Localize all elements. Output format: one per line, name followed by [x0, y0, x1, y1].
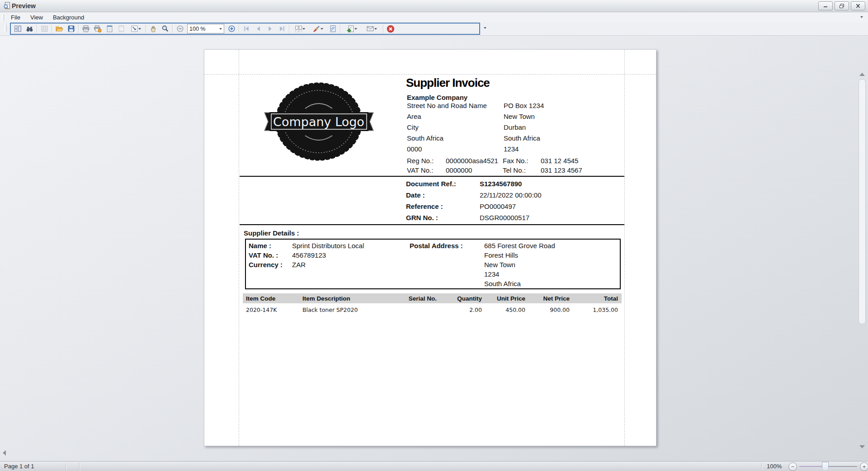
search-button[interactable] [24, 24, 35, 34]
company-address-line: New Town [504, 112, 535, 121]
magnifier-button[interactable] [159, 24, 171, 34]
thumbnails-button-disabled[interactable] [38, 24, 50, 34]
column-header-quantity: Quantity [437, 295, 482, 302]
quick-print-button[interactable] [92, 24, 104, 34]
vat-no-value: 0000000 [446, 166, 472, 175]
date-value: 22/11/2022 00:00:00 [480, 191, 542, 200]
restore-button[interactable] [835, 1, 849, 10]
column-header-item-code: Item Code [246, 295, 302, 302]
supplier-details-heading: Supplier Details : [244, 229, 299, 238]
date-label: Date : [406, 191, 425, 200]
statusbar-separator [79, 463, 80, 470]
save-button[interactable] [65, 24, 77, 34]
tel-no-value: 031 123 4567 [541, 166, 582, 175]
zoom-out-icon [176, 25, 184, 33]
background-color-button[interactable] [309, 24, 327, 34]
statusbar-separator [66, 463, 66, 470]
supplier-vat-label: VAT No. : [249, 251, 278, 260]
zoom-slider-track-right[interactable] [828, 466, 857, 467]
company-address-line: City [407, 123, 419, 132]
toolbar-grip[interactable] [5, 25, 7, 32]
header-footer-button-disabled[interactable] [115, 24, 127, 34]
page-indicator: Page 1 of 1 [4, 463, 34, 470]
app-preview-icon [3, 2, 11, 11]
vat-no-label: VAT No.: [407, 166, 433, 175]
last-page-icon [278, 25, 286, 33]
company-name: Example Company [407, 93, 467, 102]
page-setup-button[interactable] [104, 24, 115, 34]
company-address-line: PO Box 1234 [504, 101, 544, 110]
last-page-button-disabled[interactable] [276, 24, 288, 34]
next-page-icon [266, 25, 274, 33]
scroll-down-arrow-icon[interactable] [859, 445, 865, 448]
print-button[interactable] [80, 24, 92, 34]
title-bar: Preview [0, 0, 868, 12]
multiple-pages-button[interactable] [291, 24, 309, 34]
toolbar-overflow-chevron-icon[interactable] [484, 27, 486, 29]
scroll-up-arrow-icon[interactable] [859, 73, 865, 76]
previous-page-icon [255, 25, 262, 33]
next-page-button-disabled[interactable] [264, 24, 276, 34]
close-button[interactable] [851, 1, 865, 10]
zoom-out-slider-button[interactable]: − [788, 462, 797, 471]
scroll-left-arrow-icon[interactable] [3, 450, 6, 456]
exit-icon [387, 25, 395, 33]
company-address-line: Street No and Road Name [407, 101, 487, 110]
postal-address-line: New Town [484, 260, 515, 269]
toolbar-separator [78, 24, 79, 33]
vertical-scrollbar-thumb[interactable] [859, 79, 866, 324]
toolbar-separator [52, 24, 52, 33]
divider-rule [240, 176, 624, 177]
scale-chevron-icon[interactable] [138, 28, 141, 30]
postal-address-line: 685 Forest Grove Road [484, 241, 555, 250]
company-address-line: South Africa [407, 134, 443, 143]
zoom-slider-track-left[interactable] [799, 466, 825, 467]
document-preview-area[interactable]: Company Logo Supplier Invoice Example Co… [0, 36, 868, 461]
menu-background[interactable]: Background [48, 13, 89, 22]
document-map-button[interactable] [12, 24, 24, 34]
export-chevron-icon[interactable] [354, 28, 357, 30]
background-color-brush-icon [313, 25, 321, 33]
reg-no-label: Reg No.: [407, 156, 434, 165]
menu-file[interactable]: File [6, 13, 25, 22]
zoom-in-button[interactable] [226, 24, 237, 34]
menubar-overflow-chevron-icon[interactable] [860, 16, 863, 18]
minimize-button[interactable] [818, 1, 833, 10]
send-email-button[interactable] [362, 24, 382, 34]
grn-no-label: GRN No. : [406, 213, 438, 222]
toolbar-separator [239, 24, 239, 33]
export-document-icon [347, 25, 354, 33]
reg-no-value: 0000000asa4521 [446, 156, 498, 165]
grn-no-value: DSGR00000517 [480, 213, 529, 222]
watermark-button[interactable] [327, 24, 339, 34]
multiple-pages-chevron-icon[interactable] [302, 28, 305, 30]
reference-label: Reference : [406, 202, 443, 211]
zoom-combobox-chevron-icon[interactable] [219, 28, 222, 30]
hand-tool-button[interactable] [147, 24, 159, 34]
open-folder-icon [55, 25, 63, 33]
scale-button[interactable] [127, 24, 144, 34]
previous-page-button-disabled[interactable] [252, 24, 264, 34]
zoom-in-icon [228, 25, 236, 33]
fax-no-value: 031 12 4545 [541, 156, 578, 165]
zoom-slider-thumb[interactable] [822, 462, 829, 471]
zoom-combobox[interactable]: 100 % [187, 24, 224, 33]
background-color-chevron-icon[interactable] [321, 28, 323, 30]
restore-icon [839, 3, 845, 9]
exit-button[interactable] [385, 24, 396, 34]
company-address-line: Area [407, 112, 421, 121]
supplier-currency-value: ZAR [292, 260, 306, 269]
toolbar-group: 100 % [10, 23, 480, 35]
open-button[interactable] [53, 24, 65, 34]
zoom-out-button[interactable] [174, 24, 186, 34]
zoom-in-slider-button[interactable]: + [860, 462, 868, 471]
top-margin-guide [204, 74, 656, 75]
email-chevron-icon[interactable] [374, 28, 377, 30]
menubar-grip[interactable] [2, 14, 4, 21]
export-document-button[interactable] [342, 24, 362, 34]
column-header-unit-price: Unit Price [482, 295, 525, 302]
menu-view[interactable]: View [25, 13, 48, 22]
company-address-line: South Africa [504, 134, 540, 143]
header-footer-icon [118, 25, 125, 33]
first-page-button-disabled[interactable] [241, 24, 252, 34]
